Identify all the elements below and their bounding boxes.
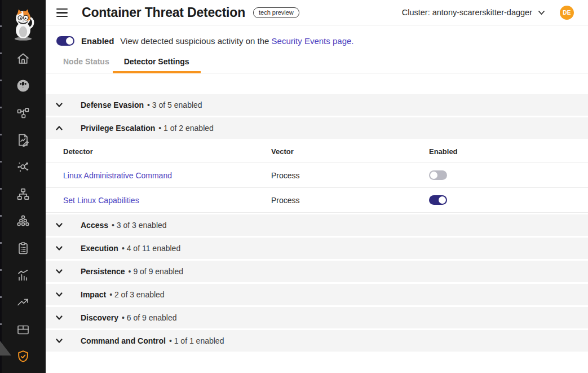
cluster-group-icon — [16, 214, 30, 229]
section-impact[interactable]: Impact • 2 of 3 enabled — [46, 284, 588, 305]
sidebar — [0, 0, 46, 373]
sidebar-item-trends[interactable] — [0, 289, 46, 316]
sidebar-item-network-topology[interactable] — [0, 99, 46, 126]
network-topology-icon — [16, 106, 30, 120]
table-row: Set Linux Capabilities Process — [46, 188, 588, 213]
section-access[interactable]: Access • 3 of 3 enabled — [46, 214, 588, 236]
chevron-down-icon — [55, 337, 63, 345]
sidebar-item-packages[interactable] — [0, 316, 46, 343]
detector-link-linux-administrative-command[interactable]: Linux Administrative Command — [63, 171, 172, 180]
section-persistence[interactable]: Persistence • 9 of 9 enabled — [46, 261, 588, 282]
toggle-label: Enabled — [81, 36, 114, 46]
sidebar-nav — [0, 45, 46, 370]
col-header-detector: Detector — [63, 147, 271, 156]
section-execution[interactable]: Execution • 4 of 11 enabled — [46, 238, 588, 259]
vector-cell: Process — [271, 171, 429, 180]
chevron-down-icon — [55, 267, 63, 275]
trending-up-icon — [16, 295, 30, 310]
detection-enabled-toggle[interactable] — [56, 36, 74, 46]
chevron-up-icon — [55, 124, 63, 132]
sidebar-item-cluster-group[interactable] — [0, 208, 46, 235]
tab-detector-settings[interactable]: Detector Settings — [124, 57, 189, 73]
cluster-label: Cluster: antony-scarerskitter-dagger — [402, 8, 532, 17]
detector-toggle[interactable] — [429, 170, 447, 180]
package-box-icon — [16, 322, 30, 337]
main-area: Container Threat Detection tech preview … — [46, 0, 588, 373]
chevron-down-icon — [538, 10, 545, 15]
table-header-row: Detector Vector Enabled — [46, 141, 588, 163]
hamburger-menu-icon[interactable] — [56, 6, 69, 19]
chevron-down-icon — [55, 314, 63, 322]
detector-settings-panel: Defense Evasion • 3 of 5 enabled Privile… — [46, 73, 588, 353]
dashboard-gauge-icon — [16, 78, 30, 93]
section-defense-evasion[interactable]: Defense Evasion • 3 of 5 enabled — [46, 94, 588, 116]
toggle-description: View detected suspicious activity on the… — [120, 36, 353, 46]
tab-node-status[interactable]: Node Status — [63, 57, 109, 73]
user-avatar[interactable]: DE — [560, 6, 574, 20]
detector-link-set-linux-capabilities[interactable]: Set Linux Capabilities — [63, 196, 139, 205]
sidebar-item-home[interactable] — [0, 45, 46, 72]
tab-bar: Node Status Detector Settings — [46, 57, 588, 73]
sidebar-item-checklist[interactable] — [0, 235, 46, 262]
section-privilege-escalation[interactable]: Privilege Escalation • 1 of 2 enabled — [46, 117, 588, 139]
collapsed-menu-strip — [0, 0, 2, 373]
network-map-icon — [16, 187, 30, 201]
chevron-down-icon — [55, 221, 63, 229]
security-events-link[interactable]: Security Events page. — [272, 36, 354, 46]
detector-table: Detector Vector Enabled Linux Administra… — [46, 141, 588, 213]
chevron-down-icon — [55, 101, 63, 109]
detector-toggle[interactable] — [429, 195, 447, 205]
page-title: Container Threat Detection — [82, 5, 245, 20]
vector-cell: Process — [271, 196, 429, 205]
sidebar-item-process-graph[interactable] — [0, 153, 46, 181]
app-window: Container Threat Detection tech preview … — [0, 0, 588, 373]
corner-fold-decoration — [0, 341, 12, 356]
sidebar-item-reports[interactable] — [0, 126, 46, 153]
cluster-selector[interactable]: Cluster: antony-scarerskitter-dagger — [402, 8, 545, 17]
subheader: Enabled View detected suspicious activit… — [46, 25, 588, 73]
col-header-vector: Vector — [271, 147, 429, 156]
threat-shield-icon — [16, 349, 30, 364]
analytics-chart-icon — [16, 268, 30, 283]
sidebar-item-network-map[interactable] — [0, 181, 46, 208]
section-discovery[interactable]: Discovery • 6 of 9 enabled — [46, 307, 588, 328]
cat-mascot-logo[interactable] — [8, 7, 38, 42]
sidebar-item-analytics[interactable] — [0, 262, 46, 289]
checklist-icon — [16, 241, 30, 256]
section-command-and-control[interactable]: Command and Control • 1 of 1 enabled — [46, 330, 588, 352]
table-row: Linux Administrative Command Process — [46, 163, 588, 188]
chevron-down-icon — [55, 291, 63, 299]
topbar: Container Threat Detection tech preview … — [46, 0, 588, 25]
report-edit-icon — [16, 133, 30, 147]
process-graph-icon — [16, 160, 30, 174]
sidebar-item-dashboard[interactable] — [0, 72, 46, 99]
home-icon — [16, 51, 30, 66]
col-header-enabled: Enabled — [429, 147, 588, 156]
chevron-down-icon — [55, 244, 63, 252]
tech-preview-badge: tech preview — [253, 7, 299, 18]
